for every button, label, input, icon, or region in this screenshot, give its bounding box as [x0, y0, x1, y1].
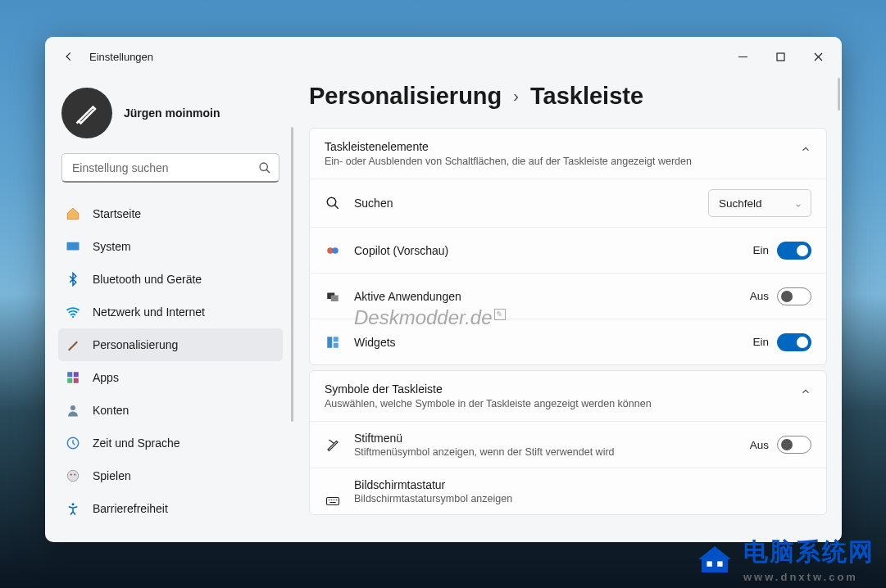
settings-window: Einstellungen Jürgen moinmoin — [45, 37, 842, 542]
apps-icon — [65, 369, 81, 386]
keyboard-icon — [325, 493, 341, 509]
nav-list: Startseite System Bluetooth und Geräte N… — [58, 197, 283, 536]
row-label: Widgets — [354, 336, 752, 349]
pen-icon — [325, 436, 341, 453]
toggle-state: Aus — [750, 439, 769, 451]
app-title: Einstellungen — [89, 51, 153, 63]
home-icon — [65, 206, 81, 222]
minimize-button[interactable] — [724, 43, 761, 70]
chevron-up-icon — [800, 386, 811, 397]
content-scrollbar[interactable] — [838, 78, 840, 111]
nav-label: Personalisierung — [93, 338, 178, 351]
svg-point-1 — [260, 163, 267, 170]
svg-point-16 — [332, 247, 338, 254]
row-sublabel: Stiftmenüsymbol anzeigen, wenn der Stift… — [354, 446, 750, 458]
house-icon — [694, 543, 735, 576]
row-onscreen-keyboard: Bildschirmtastatur Bildschirmtastatursym… — [310, 468, 826, 514]
chevron-down-icon — [794, 200, 802, 212]
nav-label: Barrierefreiheit — [93, 502, 168, 515]
svg-point-8 — [70, 405, 75, 410]
nav-item-personalisierung[interactable]: Personalisierung — [58, 328, 283, 361]
search-icon — [325, 195, 341, 211]
row-widgets: Widgets Ein — [310, 319, 826, 364]
breadcrumb-leaf: Taskleiste — [530, 83, 643, 110]
user-name: Jürgen moinmoin — [124, 106, 220, 120]
content-pane: Personalisierung › Taskleiste Taskleiste… — [291, 76, 842, 542]
nav-label: Bluetooth und Geräte — [93, 273, 202, 286]
bluetooth-icon — [65, 271, 81, 287]
taskview-toggle[interactable] — [777, 287, 811, 305]
svg-rect-24 — [717, 561, 722, 566]
nav-item-spielen[interactable]: Spielen — [58, 459, 283, 492]
chevron-right-icon: › — [513, 87, 519, 106]
svg-rect-23 — [707, 561, 711, 566]
nav-item-barrierefreiheit[interactable]: Barrierefreiheit — [58, 492, 283, 525]
svg-rect-7 — [74, 378, 79, 383]
section-title: Taskleistenelemente — [325, 140, 785, 153]
search-select[interactable]: Suchfeld — [708, 189, 811, 217]
widgets-toggle[interactable] — [777, 333, 811, 351]
maximize-button[interactable] — [761, 43, 799, 70]
svg-point-14 — [327, 197, 336, 206]
svg-rect-2 — [67, 242, 80, 251]
taskview-icon — [325, 288, 341, 305]
svg-rect-4 — [67, 372, 72, 377]
svg-rect-21 — [334, 342, 338, 347]
nav-item-bluetooth[interactable]: Bluetooth und Geräte — [58, 263, 283, 296]
toggle-state: Aus — [750, 290, 769, 302]
footer-url: www.dnxtw.com — [743, 571, 875, 583]
svg-rect-18 — [331, 295, 338, 301]
footer-cn: 电脑系统网 — [743, 536, 875, 569]
svg-point-10 — [67, 470, 79, 482]
nav-item-konten[interactable]: Konten — [58, 394, 283, 427]
nav-item-apps[interactable]: Apps — [58, 361, 283, 394]
section-title: Symbole der Taskleiste — [325, 382, 785, 396]
close-button[interactable] — [799, 43, 837, 70]
section-header[interactable]: Symbole der Taskleiste Auswählen, welche… — [310, 371, 826, 421]
svg-point-12 — [74, 473, 75, 475]
svg-rect-22 — [327, 498, 339, 505]
gaming-icon — [65, 468, 81, 484]
accessibility-icon — [65, 500, 81, 517]
avatar — [61, 88, 112, 138]
row-pen-menu: Stiftmenü Stiftmenüsymbol anzeigen, wenn… — [310, 421, 826, 468]
nav-label: Startseite — [93, 207, 141, 220]
section-taskbar-items: Taskleistenelemente Ein- oder Ausblenden… — [309, 128, 827, 365]
row-label: Stiftmenü — [354, 432, 750, 445]
svg-point-13 — [72, 503, 75, 505]
nav-item-netzwerk[interactable]: Netzwerk und Internet — [58, 296, 283, 328]
row-search: Suchen Suchfeld — [310, 179, 826, 227]
search-input[interactable] — [61, 153, 279, 183]
personalization-icon — [65, 337, 81, 353]
time-icon — [65, 435, 81, 451]
row-sublabel: Bildschirmtastatursymbol anzeigen — [354, 493, 811, 504]
search-box — [61, 153, 279, 183]
section-tray-icons: Symbole der Taskleiste Auswählen, welche… — [309, 370, 827, 515]
row-label: Bildschirmtastatur — [354, 478, 811, 491]
nav-item-system[interactable]: System — [58, 230, 283, 263]
svg-rect-6 — [67, 378, 72, 383]
section-subtitle: Ein- oder Ausblenden von Schaltflächen, … — [325, 156, 785, 167]
nav-label: Spielen — [93, 469, 131, 482]
nav-item-startseite[interactable]: Startseite — [58, 197, 283, 230]
nav-item-zeit[interactable]: Zeit und Sprache — [58, 427, 283, 459]
system-icon — [65, 238, 81, 255]
section-header[interactable]: Taskleistenelemente Ein- oder Ausblenden… — [310, 129, 826, 179]
pen-toggle[interactable] — [777, 436, 811, 454]
breadcrumb-parent[interactable]: Personalisierung — [309, 83, 502, 110]
nav-label: Zeit und Sprache — [93, 436, 180, 450]
svg-point-11 — [70, 473, 72, 475]
toggle-state: Ein — [752, 244, 769, 256]
section-subtitle: Auswählen, welche Symbole in der Tasklei… — [325, 398, 785, 409]
breadcrumb: Personalisierung › Taskleiste — [309, 83, 827, 110]
toggle-state: Ein — [752, 336, 769, 348]
svg-rect-0 — [777, 53, 784, 61]
copilot-toggle[interactable] — [777, 242, 811, 260]
accounts-icon — [65, 402, 81, 418]
back-button[interactable] — [57, 44, 81, 69]
svg-rect-20 — [334, 337, 338, 341]
row-label: Aktive Anwendungen — [354, 290, 750, 303]
search-icon — [258, 161, 271, 174]
row-copilot: Copilot (Vorschau) Ein — [310, 227, 826, 273]
user-profile[interactable]: Jürgen moinmoin — [58, 83, 283, 153]
